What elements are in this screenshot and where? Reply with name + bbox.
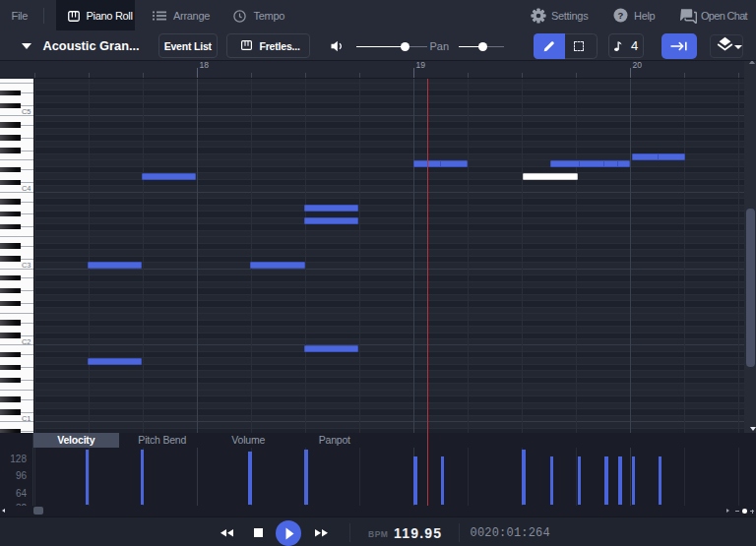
svg-text:?: ? (618, 10, 624, 21)
